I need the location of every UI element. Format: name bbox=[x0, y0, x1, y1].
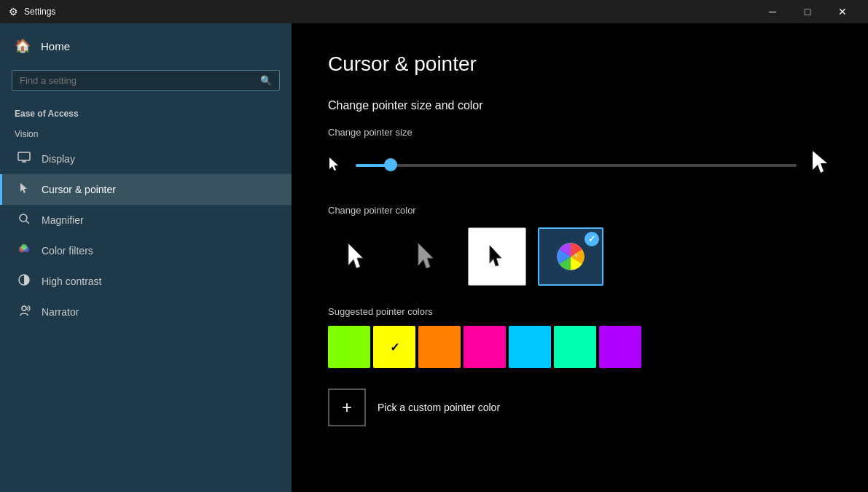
content-area: Cursor & pointer Change pointer size and… bbox=[292, 23, 868, 492]
title-bar-left: ⚙ Settings bbox=[9, 6, 55, 17]
sidebar: 🏠 Home 🔍 Ease of Access Vision Display bbox=[0, 23, 292, 492]
svg-point-7 bbox=[21, 244, 27, 250]
sidebar-item-highcontrast[interactable]: High contrast bbox=[0, 266, 292, 297]
sidebar-item-narrator[interactable]: Narrator bbox=[0, 297, 292, 327]
pointer-color-custom[interactable]: ✓ bbox=[538, 227, 603, 286]
settings-icon: ⚙ bbox=[9, 6, 18, 17]
svg-point-3 bbox=[20, 214, 27, 222]
custom-color-label: Pick a custom pointer color bbox=[378, 402, 500, 413]
sidebar-item-cursor[interactable]: Cursor & pointer bbox=[0, 174, 292, 205]
close-button[interactable]: ✕ bbox=[826, 0, 859, 23]
home-nav-item[interactable]: 🏠 Home bbox=[0, 31, 292, 61]
color-swatches: ✓ bbox=[328, 326, 832, 368]
pointer-color-black[interactable] bbox=[328, 227, 386, 286]
page-title: Cursor & pointer bbox=[328, 52, 832, 76]
pointer-color-label: Change pointer color bbox=[328, 205, 832, 216]
search-icon: 🔍 bbox=[260, 75, 272, 86]
swatch-6[interactable] bbox=[599, 326, 641, 368]
swatch-2[interactable] bbox=[418, 326, 461, 368]
pointer-size-row bbox=[328, 149, 832, 181]
vision-label: Vision bbox=[0, 122, 292, 144]
suggested-colors-label: Suggested pointer colors bbox=[328, 306, 832, 317]
display-icon bbox=[17, 151, 31, 167]
cursor-label: Cursor & pointer bbox=[42, 184, 116, 195]
app-body: 🏠 Home 🔍 Ease of Access Vision Display bbox=[0, 23, 868, 492]
pointer-size-label: Change pointer size bbox=[328, 127, 832, 138]
swatch-1[interactable]: ✓ bbox=[373, 326, 415, 368]
selected-badge: ✓ bbox=[584, 232, 599, 246]
svg-line-4 bbox=[26, 221, 29, 224]
sidebar-item-magnifier[interactable]: Magnifier bbox=[0, 205, 292, 235]
swatch-selected-check: ✓ bbox=[390, 340, 399, 354]
plus-icon: + bbox=[328, 388, 366, 426]
custom-color-button[interactable]: + Pick a custom pointer color bbox=[328, 386, 832, 429]
maximize-button[interactable]: □ bbox=[791, 0, 824, 23]
search-input[interactable] bbox=[20, 75, 260, 86]
pointer-color-options: ✓ bbox=[328, 227, 832, 286]
home-icon: 🏠 bbox=[15, 38, 31, 54]
sidebar-item-colorfilters[interactable]: Color filters bbox=[0, 235, 292, 266]
slider-thumb bbox=[384, 158, 397, 171]
magnifier-label: Magnifier bbox=[42, 214, 84, 226]
swatch-5[interactable] bbox=[554, 326, 596, 368]
pointer-color-inverted[interactable] bbox=[468, 227, 526, 286]
title-bar-controls: ─ □ ✕ bbox=[756, 0, 859, 23]
narrator-icon bbox=[17, 304, 31, 320]
narrator-label: Narrator bbox=[42, 306, 79, 318]
colorfilters-label: Color filters bbox=[42, 245, 93, 257]
ease-of-access-label: Ease of Access bbox=[0, 100, 292, 122]
search-box: 🔍 bbox=[12, 70, 280, 91]
magnifier-icon bbox=[17, 212, 31, 228]
section-title: Change pointer size and color bbox=[328, 99, 832, 112]
colorfilters-icon bbox=[17, 243, 31, 259]
large-cursor-indicator bbox=[811, 149, 832, 181]
color-wheel-icon bbox=[556, 242, 585, 271]
pointer-color-gray[interactable] bbox=[398, 227, 456, 286]
pointer-size-slider[interactable] bbox=[356, 164, 797, 167]
small-cursor-indicator bbox=[328, 156, 341, 176]
title-bar-title: Settings bbox=[24, 7, 55, 17]
swatch-3[interactable] bbox=[464, 326, 506, 368]
svg-rect-0 bbox=[18, 152, 30, 160]
swatch-4[interactable] bbox=[509, 326, 551, 368]
svg-point-9 bbox=[22, 306, 26, 311]
title-bar: ⚙ Settings ─ □ ✕ bbox=[0, 0, 868, 23]
highcontrast-icon bbox=[17, 273, 31, 289]
minimize-button[interactable]: ─ bbox=[756, 0, 789, 23]
highcontrast-label: High contrast bbox=[42, 276, 101, 287]
display-label: Display bbox=[42, 153, 75, 165]
cursor-icon bbox=[17, 181, 31, 198]
sidebar-item-display[interactable]: Display bbox=[0, 144, 292, 174]
swatch-0[interactable] bbox=[328, 326, 370, 368]
home-label: Home bbox=[41, 40, 70, 52]
